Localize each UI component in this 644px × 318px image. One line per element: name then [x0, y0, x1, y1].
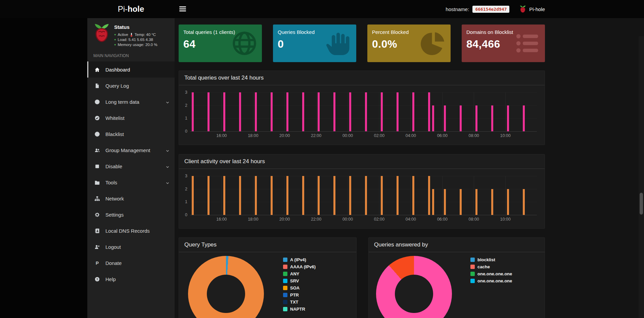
chart-bar	[432, 105, 434, 131]
chart-bar	[444, 189, 446, 215]
svg-text:P: P	[96, 261, 99, 266]
legend-item[interactable]: SRV	[283, 278, 316, 283]
vertical-scrollbar-thumb[interactable]	[640, 193, 643, 215]
legend-label: A (IPv4)	[290, 257, 306, 262]
sidebar-item-label: Dashboard	[105, 67, 130, 73]
sidebar-item-tools[interactable]: Tools	[87, 174, 175, 190]
sidebar-item-blacklist[interactable]: Blacklist	[87, 126, 175, 142]
legend-color-swatch	[283, 300, 287, 304]
x-axis-tick-label: 18:00	[248, 133, 258, 138]
legend-item[interactable]: blocklist	[470, 257, 512, 262]
legend-label: AAAA (IPv6)	[290, 264, 316, 269]
legend-item[interactable]: AAAA (IPv6)	[283, 264, 316, 269]
brand-logo[interactable]: Pi-hole	[87, 0, 175, 18]
sidebar-item-local-dns-records[interactable]: Local DNS Records	[87, 223, 175, 239]
grid-line-vertical	[411, 92, 411, 131]
legend-item[interactable]: one.one.one.one	[470, 278, 512, 283]
sidebar-item-group-management[interactable]: Group Management	[87, 142, 175, 158]
chart-bar	[208, 176, 210, 215]
status-temp-text: Temp: 40 °C	[135, 32, 156, 37]
x-axis-tick-label: 02:00	[374, 133, 384, 138]
sidebar-item-disable[interactable]: Disable	[87, 158, 175, 174]
status-active-line: ● Active Temp: 40 °C	[114, 32, 157, 37]
sidebar-item-settings[interactable]: Settings	[87, 207, 175, 223]
brand-prefix: Pi-	[118, 4, 128, 13]
sidebar-item-help[interactable]: ?Help	[87, 271, 175, 287]
sidebar-item-query-log[interactable]: Query Log	[87, 78, 175, 94]
chart-bar	[491, 105, 493, 131]
disable-icon	[94, 164, 102, 169]
navbar-right-group: hostname: 666154e2d947 Pi-hole	[446, 0, 545, 18]
y-axis-tick-label: 1	[180, 116, 187, 121]
x-axis-tick-label: 04:00	[406, 133, 416, 138]
chart-bar	[239, 92, 241, 131]
vertical-scrollbar-track[interactable]	[639, 36, 644, 318]
stat-card-total-queries: Total queries (1 clients) 64	[179, 25, 262, 62]
legend-color-swatch	[283, 293, 287, 297]
chevron-down-icon	[166, 180, 170, 186]
settings-icon	[94, 212, 102, 218]
grid-line-horizontal	[190, 215, 537, 215]
queries-over-time-panel: Total queries over last 24 hours 012316:…	[179, 71, 545, 145]
sidebar: Status ● Active Temp: 40 °C ● Load: 5.41…	[87, 18, 175, 318]
legend-item[interactable]: A (IPv4)	[283, 257, 316, 262]
query-types-donut-chart	[188, 256, 264, 318]
legend-item[interactable]: ANY	[283, 271, 316, 276]
logout-icon	[94, 244, 102, 250]
chart-bar	[302, 92, 304, 131]
chart-bar	[318, 92, 320, 131]
stat-card-percent-blocked: Percent Blocked 0.0%	[367, 25, 451, 62]
legend-item[interactable]: TXT	[283, 300, 316, 305]
chart-bar	[460, 189, 462, 215]
sidebar-item-dashboard[interactable]: Dashboard	[87, 61, 175, 78]
legend-color-swatch	[283, 258, 287, 262]
legend-item[interactable]: PTR	[283, 292, 316, 298]
pie-chart-icon	[419, 29, 447, 57]
chart-bar	[271, 176, 273, 215]
chevron-down-icon	[166, 148, 170, 154]
sidebar-item-label: Blacklist	[105, 131, 124, 137]
x-axis-tick-label: 16:00	[216, 133, 227, 138]
chart-bar	[255, 92, 257, 131]
sidebar-item-donate[interactable]: PDonate	[87, 255, 175, 271]
x-axis-tick-label: 18:00	[248, 217, 258, 222]
sidebar-item-network[interactable]: Network	[87, 190, 175, 207]
legend-item[interactable]: one.one.one.one	[470, 271, 512, 276]
legend-color-swatch	[283, 307, 287, 311]
chart-bar	[365, 92, 367, 131]
sidebar-item-logout[interactable]: Logout	[87, 239, 175, 255]
dashboard-icon	[94, 67, 102, 73]
tools-icon	[94, 180, 102, 185]
sidebar-item-label: Long term data	[105, 99, 139, 105]
chart-bar	[523, 189, 525, 215]
sidebar-item-label: Query Log	[105, 83, 129, 89]
grid-line-horizontal	[190, 202, 537, 202]
grid-line-vertical	[411, 176, 411, 215]
sidebar-toggle-button[interactable]	[179, 6, 186, 12]
chart-bar	[192, 92, 194, 131]
grid-line-horizontal	[190, 189, 537, 189]
chart-bar	[507, 105, 509, 131]
legend-item[interactable]: SOA	[283, 285, 316, 290]
legend-item[interactable]: cache	[470, 264, 512, 269]
y-axis-tick-label: 0	[180, 213, 187, 217]
legend-color-swatch	[470, 258, 475, 262]
legend-label: SOA	[290, 285, 300, 290]
chart-bar	[223, 176, 225, 215]
queries-answered-by-body: blocklistcacheone.one.one.oneone.one.one…	[369, 252, 545, 318]
group-management-icon	[94, 147, 102, 153]
legend-color-swatch	[470, 279, 475, 283]
queries-answered-by-legend: blocklistcacheone.one.one.oneone.one.one…	[470, 257, 512, 283]
sidebar-item-long-term-data[interactable]: Long term data	[87, 94, 175, 110]
raspberry-logo-icon	[519, 5, 526, 13]
grid-line-horizontal	[190, 92, 537, 93]
sidebar-item-whitelist[interactable]: Whitelist	[87, 110, 175, 126]
legend-label: blocklist	[477, 257, 495, 262]
grid-line-horizontal	[190, 131, 537, 132]
legend-item[interactable]: NAPTR	[283, 307, 316, 312]
status-active-dot-icon: ●	[114, 33, 116, 36]
sidebar-item-label: Group Management	[105, 147, 150, 153]
x-axis-tick-label: 08:00	[469, 133, 479, 138]
sidebar-item-label: Local DNS Records	[105, 228, 150, 234]
queries-answered-by-donut-chart	[376, 256, 452, 318]
